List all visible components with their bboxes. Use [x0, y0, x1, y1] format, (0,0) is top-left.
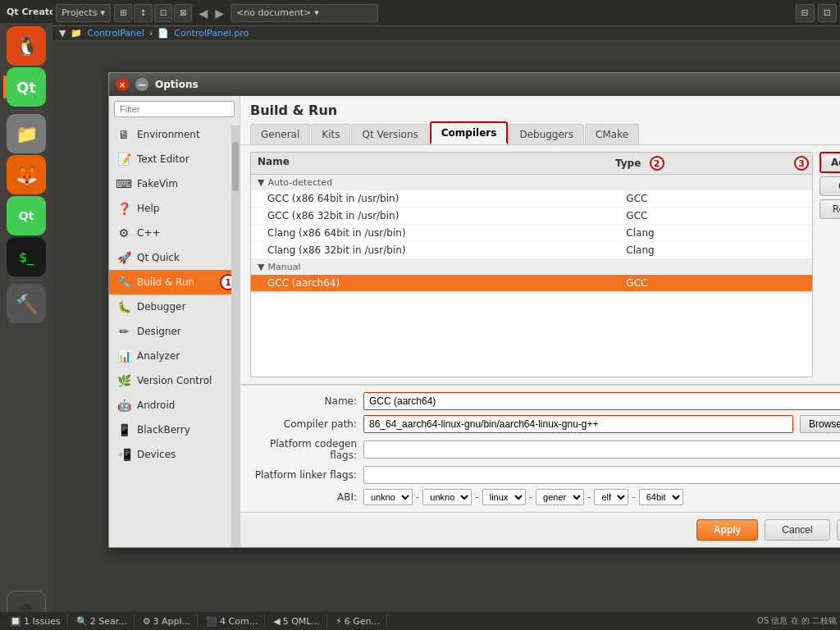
platform-linker-row: Platform linker flags: [250, 466, 840, 484]
table-header: Name Type 2 3 [251, 153, 812, 175]
abi-select-4[interactable]: gener [536, 489, 584, 505]
sidebar-item-cpp[interactable]: ⚙ C++ [109, 221, 240, 245]
sidebar-scrollbar[interactable] [231, 126, 240, 547]
issues-icon: 🔲 [10, 616, 21, 627]
sidebar-item-analyzer[interactable]: 📊 Analyzer [109, 344, 240, 368]
sidebar-item-android[interactable]: 🤖 Android [109, 393, 240, 418]
qt-creator-toolbar: Projects ▾ ⊞ ↕ ⊡ ⊠ ◀ ▶ <no document> ▾ ⊟… [52, 0, 840, 26]
table-row[interactable]: Clang (x86 64bit in /usr/bin) Clang [251, 225, 812, 242]
nav-forward-btn[interactable]: ▶ [212, 5, 227, 21]
tab-kits[interactable]: Kits [311, 124, 350, 144]
badge3-area: 3 [794, 153, 812, 174]
row-name: GCC (x86 64bit in /usr/bin) [267, 193, 626, 204]
dialog-title: Options [155, 79, 199, 90]
remove-btn[interactable]: Remove [819, 199, 840, 219]
platform-linker-input[interactable] [363, 466, 840, 484]
ubuntu-icon[interactable]: 🐧 [7, 26, 46, 66]
ok-button[interactable]: OK [837, 519, 840, 541]
browse-btn[interactable]: Browse... [800, 415, 840, 433]
status-compile[interactable]: ⬛ 4 Com... [199, 614, 265, 628]
table-row[interactable]: Clang (x86 32bit in /usr/bin) Clang [251, 242, 812, 259]
sidebar-item-text-editor[interactable]: 📝 Text Editor [109, 147, 240, 171]
status-search[interactable]: 🔍 2 Sear... [70, 614, 135, 628]
debugger-label: Debugger [137, 301, 185, 313]
designer-icon: ✏ [116, 323, 132, 340]
status-apply[interactable]: ⚙ 3 Appl... [136, 614, 198, 628]
toolbar-btn-4[interactable]: ⊠ [174, 4, 192, 22]
status-issues[interactable]: 🔲 1 Issues [3, 614, 68, 628]
filter-input[interactable] [114, 101, 235, 117]
tab-cmake[interactable]: CMake [585, 124, 639, 144]
abi-label: ABI: [250, 491, 357, 503]
blackberry-icon: 📱 [116, 422, 132, 438]
group-manual: ▼ Manual [251, 259, 812, 275]
abi-select-2[interactable]: unkno [422, 489, 472, 505]
project-file[interactable]: ControlPanel.pro [174, 28, 249, 39]
files-icon[interactable]: 📁 [7, 114, 46, 153]
sidebar-item-environment[interactable]: 🖥 Environment [109, 122, 240, 147]
window-btn[interactable]: ⊡ [818, 4, 837, 22]
status-qml[interactable]: ◀ 5 QML... [267, 614, 327, 628]
qtcreator-icon[interactable]: Qt [7, 67, 46, 107]
tab-general[interactable]: General [250, 124, 310, 144]
platform-codegen-input[interactable] [363, 441, 840, 459]
toolbar-btn-1[interactable]: ⊞ [114, 4, 132, 22]
qt-quick-icon: 🚀 [116, 249, 132, 266]
clone-btn[interactable]: Clone [819, 176, 840, 196]
nav-back-btn[interactable]: ◀ [195, 5, 211, 21]
analyzer-label: Analyzer [137, 350, 180, 362]
toolbar-btn-3[interactable]: ⊡ [154, 4, 172, 22]
toolbar-controls: ⊞ ↕ ⊡ ⊠ [114, 4, 193, 22]
abi-select-5[interactable]: elf [594, 489, 628, 505]
sidebar-item-version-control[interactable]: 🌿 Version Control [109, 368, 240, 393]
tab-qt-versions[interactable]: Qt Versions [351, 124, 428, 144]
qt-design-icon[interactable]: Qt [7, 196, 46, 235]
tab-debuggers[interactable]: Debuggers [509, 124, 584, 144]
nav-controls: ◀ ▶ [195, 5, 227, 21]
sidebar-item-qt-quick[interactable]: 🚀 Qt Quick [109, 245, 240, 270]
abi-select-3[interactable]: linux [482, 489, 526, 505]
cancel-button[interactable]: Cancel [765, 519, 829, 541]
project-name[interactable]: ControlPanel [87, 28, 144, 39]
toolbar-btn-2[interactable]: ↕ [134, 4, 152, 22]
build-icon[interactable]: 🔨 [7, 284, 46, 323]
compiler-path-input[interactable] [363, 415, 793, 433]
col-type-header: Type 2 [609, 153, 794, 174]
document-dropdown[interactable]: <no document> ▾ [231, 4, 378, 22]
sidebar-scroll-thumb [232, 142, 239, 191]
sidebar-item-devices[interactable]: 📲 Devices [109, 442, 240, 467]
name-input[interactable] [363, 392, 840, 410]
dialog-minimize-btn[interactable]: — [135, 78, 148, 91]
platform-codegen-label: Platform codegen flags: [250, 438, 357, 461]
fakevim-icon: ⌨ [116, 176, 132, 192]
apply-button[interactable]: Apply [696, 519, 758, 541]
tab-compilers[interactable]: Compilers [430, 121, 509, 144]
terminal-icon[interactable]: $_ [7, 237, 46, 276]
status-right-text: OS 信息 在 的 二枝镜 [757, 615, 837, 627]
sidebar-item-help[interactable]: ❓ Help [109, 196, 240, 221]
sidebar-item-blackberry[interactable]: 📱 BlackBerry [109, 418, 240, 442]
tabs-bar: General Kits Qt Versions Compilers Debug… [240, 121, 840, 145]
firefox-icon[interactable]: 🦊 [7, 155, 46, 194]
split-btn[interactable]: ⊟ [796, 4, 815, 22]
sidebar-item-designer[interactable]: ✏ Designer [109, 319, 240, 344]
abi-select-6[interactable]: 64bit [639, 489, 683, 505]
row-name: Clang (x86 32bit in /usr/bin) [267, 244, 626, 256]
projects-dropdown[interactable]: Projects ▾ [56, 4, 111, 22]
folder-icon: 📁 [71, 28, 82, 39]
breadcrumb-bar: ▼ 📁 ControlPanel › 📄 ControlPanel.pro [52, 26, 840, 41]
dialog-close-btn[interactable]: × [116, 78, 129, 91]
sidebar-item-build-run[interactable]: 🔧 Build & Run 1 [109, 270, 240, 294]
sidebar-item-fakevim[interactable]: ⌨ FakeVim [109, 171, 240, 196]
table-row[interactable]: GCC (x86 32bit in /usr/bin) GCC [251, 208, 812, 225]
table-row-selected[interactable]: GCC (aarch64) GCC [251, 275, 812, 292]
status-gen[interactable]: ⚡ 6 Gen... [329, 614, 387, 628]
abi-select-1[interactable]: unkno [363, 489, 413, 505]
text-editor-label: Text Editor [137, 153, 189, 165]
table-row[interactable]: GCC (x86 64bit in /usr/bin) GCC [251, 190, 812, 208]
sidebar-item-debugger[interactable]: 🐛 Debugger [109, 294, 240, 319]
unity-sidebar: 🐧 Qt 📁 🦊 Qt $_ 🔨 🗑 [0, 23, 52, 630]
add-compiler-btn[interactable]: Add ▾ [819, 152, 840, 173]
group-arrow-manual: ▼ [258, 262, 264, 272]
tab-compilers-label: Compilers [441, 127, 497, 139]
